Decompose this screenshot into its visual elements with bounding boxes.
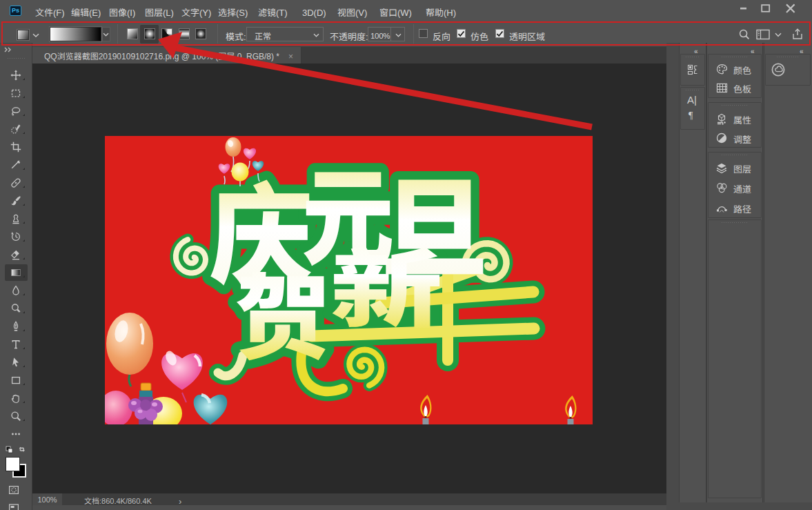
svg-text:贺: 贺 — [235, 243, 331, 378]
svg-text:新: 新 — [330, 220, 443, 344]
